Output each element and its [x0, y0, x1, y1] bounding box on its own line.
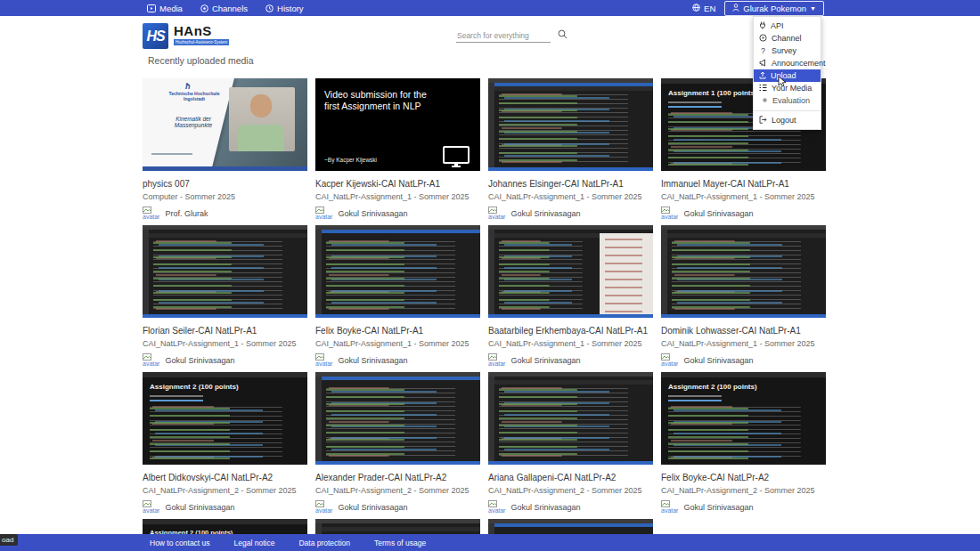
media-card[interactable]: Video submission for the first Assignmen… [315, 78, 480, 225]
menu-logout-label: Logout [772, 116, 796, 125]
video-thumbnail[interactable] [488, 78, 653, 171]
uploader-name: Prof. Glurak [165, 209, 208, 218]
video-thumbnail[interactable]: Assignment 2 (100 points) [661, 372, 826, 465]
video-thumbnail[interactable]: Video submission for the first Assignmen… [315, 78, 480, 171]
media-title[interactable]: Dominik Lohwasser-CAI NatLPr-A1 [661, 326, 826, 336]
media-subtitle: CAI_NatLPr-Assignment_1 - Sommer 2025 [315, 339, 480, 348]
video-thumbnail[interactable] [315, 225, 480, 318]
logo-hs-mark: HS [143, 23, 168, 49]
language-switcher[interactable]: EN [692, 4, 715, 13]
nav-item-channels[interactable]: Channels [200, 4, 248, 13]
video-thumbnail[interactable] [488, 372, 653, 465]
media-title[interactable]: Albert Didkovskyi-CAI NatLPr-A2 [143, 473, 307, 482]
upload-icon [759, 71, 766, 81]
editor-activity-bar [661, 230, 667, 318]
section-title: Recently uploaded media [148, 55, 254, 66]
media-card[interactable]: Felix Boyke-CAI NatLPr-A1 CAI_NatLPr-Ass… [315, 225, 480, 372]
media-title[interactable]: Felix Boyke-CAI NatLPr-A1 [315, 326, 480, 336]
notebook-menubar [143, 372, 307, 377]
editor-notification-bar [488, 523, 653, 527]
app-logo[interactable]: HS HAnS Hochschul-Assistenz-System [143, 23, 229, 49]
media-card[interactable]: Florian Seiler-CAI NatLPr-A1 CAI_NatLPr-… [143, 225, 307, 372]
thi-logo-icon: ħ [185, 82, 191, 91]
avatar-alt-text: avatar [488, 361, 505, 367]
editor-activity-bar [315, 377, 322, 465]
menu-item-your-media[interactable]: Your Media [754, 82, 821, 94]
media-grid: ħ Technische Hochschule Ingolstadt Kinem… [143, 78, 829, 519]
footer-bar: How to contact us Legal notice Data prot… [0, 534, 980, 551]
avatar-alt-text: avatar [661, 507, 678, 514]
editor-activity-bar [488, 377, 494, 465]
media-subtitle: CAI_NatLPr-Assignment_1 - Sommer 2025 [315, 192, 480, 201]
footer-link-data-protection[interactable]: Data protection [298, 539, 350, 547]
nav-item-media[interactable]: Media [147, 4, 183, 13]
plug-icon [759, 21, 766, 31]
media-title[interactable]: physics 007 [143, 179, 307, 189]
media-subtitle: CAI_NatLPr-Assignment_1 - Sommer 2025 [488, 339, 653, 348]
media-card[interactable]: Ariana Gallapeni-CAI NatLPr-A2 CAI_NatLP… [488, 372, 653, 519]
media-subtitle: CAI_NatLPr-Assignment_2 - Sommer 2025 [488, 486, 653, 495]
uploader-name: Gokul Srinivasagan [683, 503, 753, 512]
media-title[interactable]: Immanuel Mayer-CAI NatLPr-A1 [661, 179, 826, 189]
slide-title-text: Kinematik der Massenpunkte [162, 116, 225, 128]
media-subtitle: CAI_NatLPr-Assignment_1 - Sommer 2025 [661, 339, 826, 348]
video-thumbnail[interactable] [315, 372, 480, 465]
brand-name: HAnS [174, 23, 229, 38]
media-title[interactable]: Kacper Kijewski-CAI NatLPr-A1 [315, 179, 480, 189]
media-card[interactable]: Alexander Prader-CAI NatLPr-A2 CAI_NatLP… [315, 372, 480, 519]
menu-item-api[interactable]: API [754, 20, 821, 32]
media-card[interactable]: ħ Technische Hochschule Ingolstadt Kinem… [143, 78, 307, 225]
video-thumbnail[interactable]: ħ Technische Hochschule Ingolstadt Kinem… [143, 78, 307, 171]
presenter-head [250, 94, 272, 117]
code-lines [153, 240, 304, 312]
media-card[interactable]: Assignment 2 (100 points) Albert Didkovs… [143, 372, 307, 519]
editor-statusbar [488, 167, 653, 171]
media-subtitle: CAI_NatLPr-Assignment_1 - Sommer 2025 [488, 192, 653, 201]
media-title[interactable]: Baatarbileg Erkhembaya-CAI NatLPr-A1 [488, 326, 653, 336]
footer-link-legal[interactable]: Legal notice [234, 539, 275, 547]
media-title[interactable]: Alexander Prader-CAI NatLPr-A2 [315, 473, 480, 482]
slide-presenter-line [151, 153, 192, 155]
menu-item-announcement[interactable]: Announcement [754, 57, 821, 69]
language-label: EN [704, 4, 715, 13]
avatar-alt-text: avatar [488, 507, 505, 514]
menu-item-channel[interactable]: Channel [754, 32, 821, 45]
media-title[interactable]: Felix Boyke-CAI NatLPr-A2 [661, 473, 826, 482]
nav-item-history[interactable]: History [265, 4, 304, 13]
menu-item-evaluation[interactable]: Evaluation [754, 94, 821, 107]
search-icon[interactable] [558, 27, 568, 43]
video-thumbnail[interactable] [143, 225, 307, 318]
media-card[interactable]: Assignment 2 (100 points) Felix Boyke-CA… [661, 372, 826, 519]
code-lines [150, 406, 304, 459]
media-title[interactable]: Ariana Gallapeni-CAI NatLPr-A2 [488, 473, 653, 482]
media-card[interactable]: Baatarbileg Erkhembaya-CAI NatLPr-A1 CAI… [488, 225, 653, 372]
media-card[interactable]: Dominik Lohwasser-CAI NatLPr-A1 CAI_NatL… [661, 225, 826, 372]
menu-channel-label: Channel [772, 34, 802, 43]
media-title[interactable]: Florian Seiler-CAI NatLPr-A1 [143, 326, 307, 336]
media-title[interactable]: Johannes Elsinger-CAI NatLPr-A1 [488, 179, 653, 189]
notebook-heading-text: Assignment 2 (100 points) [150, 383, 239, 391]
search-input[interactable] [456, 29, 551, 43]
presenter-body [238, 125, 284, 151]
footer-link-terms[interactable]: Terms of usage [374, 539, 426, 547]
menu-item-survey[interactable]: ? Survey [754, 45, 821, 57]
uploader-name: Gokul Srinivasagan [165, 503, 234, 512]
nav-channels-label: Channels [212, 4, 248, 13]
media-card[interactable]: Johannes Elsinger-CAI NatLPr-A1 CAI_NatL… [488, 78, 653, 225]
avatar-alt-text: avatar [143, 214, 159, 220]
uploader-name: Gokul Srinivasagan [510, 209, 580, 218]
code-lines [326, 387, 477, 459]
media-subtitle: CAI_NatLPr-Assignment_2 - Sommer 2025 [661, 486, 826, 495]
editor-statusbar [488, 461, 653, 465]
editor-titlebar [143, 225, 307, 230]
editor-notification-bar [315, 230, 480, 233]
video-thumbnail[interactable]: Assignment 2 (100 points) [143, 372, 307, 465]
menu-item-upload[interactable]: Upload [754, 69, 821, 82]
video-thumbnail[interactable] [488, 225, 653, 318]
menu-item-logout[interactable]: Logout [754, 114, 821, 126]
user-menu-button[interactable]: Glurak Pokemon ▼ [724, 1, 824, 16]
video-thumbnail[interactable] [661, 225, 826, 318]
editor-activity-bar [143, 230, 149, 318]
editor-activity-bar [488, 230, 494, 318]
footer-link-contact[interactable]: How to contact us [150, 539, 210, 547]
